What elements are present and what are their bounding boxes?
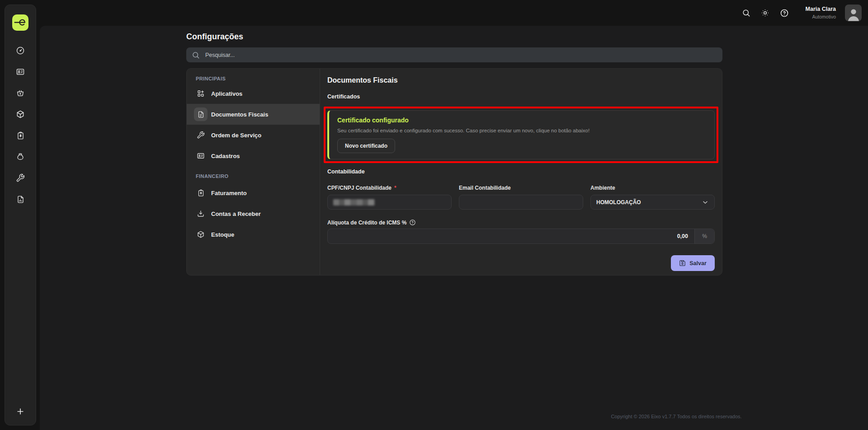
search-icon [742,9,750,17]
nav-section-financeiro: FINANCEIRO [196,173,320,179]
help-hint-icon[interactable] [409,219,416,226]
id-card-icon [194,149,208,163]
sidebar-nav [16,46,25,204]
cpf-cnpj-input[interactable] [327,195,452,210]
settings-search[interactable] [186,47,722,62]
search-input[interactable] [205,52,717,58]
icms-label: Alíquota de Crédito de ICMS % [327,219,715,226]
cpf-cnpj-label: CPF/CNPJ Contabilidade * [327,185,452,191]
topbar-actions: Maria Clara Automotivo [741,0,862,26]
file-document-icon [194,108,208,121]
package-box-icon [194,228,208,241]
app-sidebar [5,5,36,425]
save-floppy-icon [679,260,686,266]
file-chart-icon [16,195,25,204]
eixo-logo-icon [14,16,27,29]
ambiente-select[interactable]: HOMOLOGAÇÃO [590,195,715,210]
certificate-alert-description: Seu certificado foi enviado e configurad… [337,128,706,133]
sidebar-add-button[interactable] [16,407,25,416]
settings-card: PRINCIPAIS Aplicativos Documentos Fiscai… [186,68,722,276]
nav-item-documentos-fiscais[interactable]: Documentos Fiscais [187,104,320,125]
panel-title: Documentos Fiscais [327,76,715,84]
apps-grid-plus-icon [194,87,208,100]
settings-panel: Documentos Fiscais Certificados Certific… [320,69,722,275]
content-area: Configurações PRINCIPAIS Aplicativos [40,26,868,430]
sidebar-item-contacts[interactable] [16,67,25,76]
gauge-icon [16,46,25,55]
download-tray-icon [194,207,208,220]
nav-item-faturamento[interactable]: Faturamento [187,182,320,203]
icms-suffix: % [694,229,714,243]
user-avatar[interactable] [845,5,862,21]
wrench-icon [16,173,25,182]
certificate-alert-title: Certificado configurado [337,117,706,124]
redacted-value [333,199,375,206]
theme-toggle-button[interactable] [760,8,770,18]
sidebar-item-reports[interactable] [16,195,25,204]
email-input[interactable] [465,199,577,206]
nav-item-ordem-de-servico[interactable]: Ordem de Serviço [187,125,320,145]
search-icon [192,51,200,59]
chevron-down-icon [702,199,709,206]
ambiente-value: HOMOLOGAÇÃO [596,199,641,206]
nav-item-aplicativos[interactable]: Aplicativos [187,83,320,104]
global-search-button[interactable] [741,8,751,18]
page-title: Configurações [186,32,722,42]
sidebar-item-products[interactable] [16,110,25,119]
accounting-heading: Contabilidade [327,168,715,175]
footer-copyright: Copyright © 2026 Eixo v1.7.7 Todos os di… [537,414,816,419]
icms-value: 0,00 [328,229,694,243]
settings-nav: PRINCIPAIS Aplicativos Documentos Fiscai… [187,69,320,275]
sidebar-item-finance[interactable] [16,152,25,161]
user-name: Maria Clara [806,6,836,13]
basket-icon [16,89,25,98]
sidebar-item-dashboard[interactable] [16,46,25,55]
package-box-icon [16,110,25,119]
nav-item-estoque[interactable]: Estoque [187,224,320,245]
person-icon [846,7,861,21]
ambiente-label: Ambiente [590,185,715,191]
plus-icon [16,407,25,416]
new-certificate-button[interactable]: Novo certificado [337,139,395,153]
required-asterisk: * [394,185,396,191]
nav-section-principais: PRINCIPAIS [196,76,320,81]
help-circle-icon [780,9,789,18]
help-button[interactable] [779,8,789,18]
billing-clipboard-icon [194,186,208,200]
email-label: Email Contabilidade [459,185,583,191]
app-logo[interactable] [12,14,28,31]
save-button[interactable]: Salvar [671,255,715,271]
nav-item-contas-a-receber[interactable]: Contas a Receber [187,203,320,224]
contact-card-icon [16,67,25,76]
icms-input[interactable]: 0,00 % [327,229,715,244]
wrench-icon [194,128,208,142]
money-bag-icon [16,152,25,161]
certificates-heading: Certificados [327,93,715,100]
nav-item-cadastros[interactable]: Cadastros [187,145,320,166]
sun-icon [761,9,769,17]
user-info[interactable]: Maria Clara Automotivo [806,6,836,20]
sidebar-item-services[interactable] [16,173,25,182]
billing-clipboard-icon [16,131,25,140]
email-input-wrap [459,195,583,210]
certificate-alert: Certificado configurado Seu certificado … [327,110,715,159]
sidebar-item-billing[interactable] [16,131,25,140]
sidebar-item-sales[interactable] [16,89,25,98]
user-organization: Automotivo [806,14,836,20]
